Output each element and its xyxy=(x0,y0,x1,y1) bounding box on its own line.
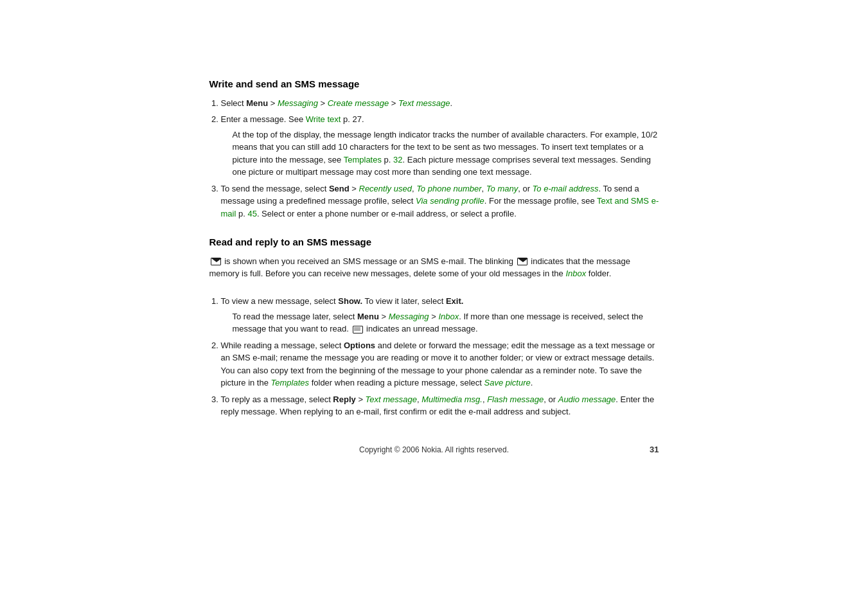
indent-block: To read the message later, select Menu >… xyxy=(233,310,659,335)
messaging-link[interactable]: Messaging xyxy=(278,98,318,108)
to-many-link[interactable]: To many xyxy=(486,184,518,193)
list-item: To reply as a message, select Reply > Te… xyxy=(221,393,659,418)
section-intro: is shown when you received an SMS messag… xyxy=(209,255,659,280)
read-reply-list: To view a new message, select Show. To v… xyxy=(221,295,659,418)
templates-page-link[interactable]: 32 xyxy=(393,155,402,164)
page-number: 31 xyxy=(650,443,659,456)
save-picture-link[interactable]: Save picture xyxy=(484,378,530,387)
recently-used-link[interactable]: Recently used xyxy=(359,184,412,193)
item-text: Select Menu > Messaging > Create message… xyxy=(221,98,453,108)
list-item: Enter a message. See Write text p. 27. A… xyxy=(221,113,659,179)
options-bold: Options xyxy=(344,341,375,350)
messaging-link-2[interactable]: Messaging xyxy=(389,312,429,321)
inbox-link[interactable]: Inbox xyxy=(438,312,459,321)
envelope-blinking-icon xyxy=(517,258,527,265)
flash-message-link[interactable]: Flash message xyxy=(487,395,544,404)
via-sending-link[interactable]: Via sending profile xyxy=(416,196,484,206)
templates-italic-link[interactable]: Templates xyxy=(271,378,310,387)
indent-paragraph: At the top of the display, the message l… xyxy=(233,129,659,179)
section-title-write-send: Write and send an SMS message xyxy=(209,77,659,92)
item-text: To send the message, select Send > Recen… xyxy=(221,184,659,218)
list-item: To send the message, select Send > Recen… xyxy=(221,182,659,220)
list-item: While reading a message, select Options … xyxy=(221,339,659,389)
intro-text: is shown when you received an SMS messag… xyxy=(224,256,516,266)
envelope-icon xyxy=(211,258,221,265)
item-text: Enter a message. See Write text p. 27. xyxy=(221,114,364,124)
page-content: Write and send an SMS message Select Men… xyxy=(209,77,659,456)
sms-email-page-link[interactable]: 45 xyxy=(247,209,256,218)
text-message-link[interactable]: Text message xyxy=(398,98,450,108)
templates-link[interactable]: Templates xyxy=(344,155,382,164)
show-bold: Show. xyxy=(338,296,362,306)
multimedia-msg-link[interactable]: Multimedia msg. xyxy=(421,395,483,404)
create-message-link[interactable]: Create message xyxy=(328,98,389,108)
menu-bold: Menu xyxy=(246,98,268,108)
write-send-list: Select Menu > Messaging > Create message… xyxy=(221,97,659,220)
inbox-italic: Inbox xyxy=(565,269,586,278)
unread-envelope-icon xyxy=(353,326,363,333)
item-text: To reply as a message, select Reply > Te… xyxy=(221,395,655,417)
indent-paragraph: To read the message later, select Menu >… xyxy=(233,310,659,335)
item-text: To view a new message, select Show. To v… xyxy=(221,296,464,306)
reply-bold: Reply xyxy=(333,395,355,404)
copyright-text: Copyright © 2006 Nokia. All rights reser… xyxy=(359,444,509,456)
text-message-reply-link[interactable]: Text message xyxy=(366,395,417,404)
list-item: Select Menu > Messaging > Create message… xyxy=(221,97,659,110)
to-phone-link[interactable]: To phone number xyxy=(416,184,481,193)
exit-bold: Exit. xyxy=(446,296,463,306)
section-write-send-sms: Write and send an SMS message Select Men… xyxy=(209,77,659,220)
write-text-link[interactable]: Write text xyxy=(306,114,341,124)
menu-bold-2: Menu xyxy=(357,312,379,321)
to-email-link[interactable]: To e-mail address xyxy=(533,184,599,193)
audio-message-link[interactable]: Audio message xyxy=(558,395,616,404)
item-text: While reading a message, select Options … xyxy=(221,341,655,388)
send-bold: Send xyxy=(329,184,350,193)
section-read-reply-sms: Read and reply to an SMS message is show… xyxy=(209,235,659,418)
indent-block: At the top of the display, the message l… xyxy=(233,129,659,179)
section-title-read-reply: Read and reply to an SMS message xyxy=(209,235,659,250)
list-item: To view a new message, select Show. To v… xyxy=(221,295,659,335)
page-footer: Copyright © 2006 Nokia. All rights reser… xyxy=(209,444,659,456)
